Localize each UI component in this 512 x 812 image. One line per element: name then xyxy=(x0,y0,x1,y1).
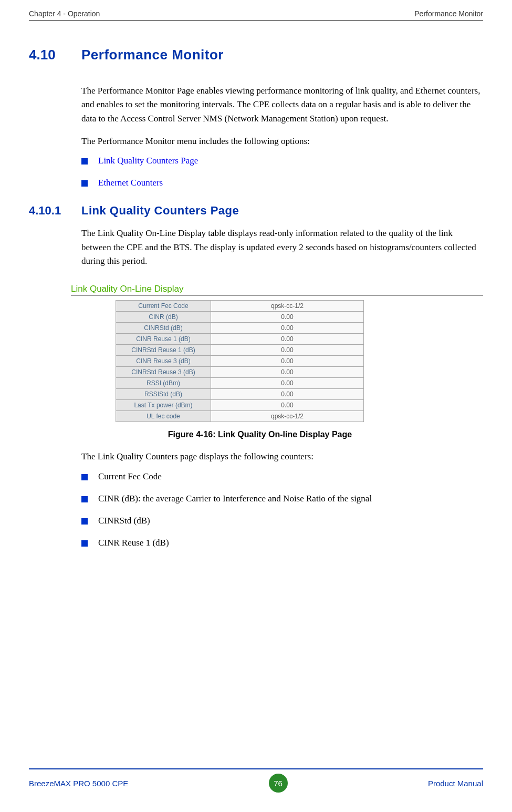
table-row: CINRStd Reuse 1 (dB)0.00 xyxy=(116,345,364,356)
row-label: Current Fec Code xyxy=(116,301,211,312)
link-quality-counters-link[interactable]: Link Quality Counters Page xyxy=(98,156,198,166)
table-row: CINR Reuse 3 (dB)0.00 xyxy=(116,356,364,367)
list-item: Link Quality Counters Page xyxy=(81,156,483,166)
row-label: CINRStd Reuse 3 (dB) xyxy=(116,367,211,378)
list-item: Ethernet Counters xyxy=(81,178,483,188)
counter-text: CINRStd (dB) xyxy=(98,516,150,526)
row-value: 0.00 xyxy=(211,400,364,411)
table-row: CINR Reuse 1 (dB)0.00 xyxy=(116,334,364,345)
list-item: CINRStd (dB) xyxy=(81,516,483,526)
counters-list: Current Fec Code CINR (dB): the average … xyxy=(81,471,483,548)
header-section: Performance Monitor xyxy=(414,9,483,18)
square-bullet-icon xyxy=(81,158,88,165)
row-value: 0.00 xyxy=(211,356,364,367)
row-label: RSSIStd (dB) xyxy=(116,389,211,400)
row-value: 0.00 xyxy=(211,334,364,345)
row-label: RSSI (dBm) xyxy=(116,378,211,389)
row-label: CINR Reuse 3 (dB) xyxy=(116,356,211,367)
row-label: CINRStd Reuse 1 (dB) xyxy=(116,345,211,356)
page-header: Chapter 4 - Operation Performance Monito… xyxy=(29,9,483,20)
figure-container: Link Quality On-Line Display Current Fec… xyxy=(71,284,483,439)
ethernet-counters-link[interactable]: Ethernet Counters xyxy=(98,178,163,188)
row-value: 0.00 xyxy=(211,345,364,356)
row-label: CINR Reuse 1 (dB) xyxy=(116,334,211,345)
row-value: qpsk-cc-1/2 xyxy=(211,411,364,422)
intro-paragraph-1: The Performance Monitor Page enables vie… xyxy=(81,84,483,126)
row-value: 0.00 xyxy=(211,323,364,334)
row-value: 0.00 xyxy=(211,367,364,378)
table-row: RSSI (dBm)0.00 xyxy=(116,378,364,389)
list-item: Current Fec Code xyxy=(81,471,483,482)
table-row: RSSIStd (dB)0.00 xyxy=(116,389,364,400)
menu-options-list: Link Quality Counters Page Ethernet Coun… xyxy=(81,156,483,188)
divider xyxy=(71,295,483,296)
square-bullet-icon xyxy=(81,518,88,525)
page-footer: BreezeMAX PRO 5000 CPE 76 Product Manual xyxy=(29,768,483,793)
row-label: UL fec code xyxy=(116,411,211,422)
page-number-badge: 76 xyxy=(269,774,288,793)
row-value: qpsk-cc-1/2 xyxy=(211,301,364,312)
row-label: Last Tx power (dBm) xyxy=(116,400,211,411)
section-number: 4.10 xyxy=(29,47,81,63)
row-value: 0.00 xyxy=(211,378,364,389)
table-row: CINRStd Reuse 3 (dB)0.00 xyxy=(116,367,364,378)
footer-product: BreezeMAX PRO 5000 CPE xyxy=(29,779,128,788)
list-item: CINR Reuse 1 (dB) xyxy=(81,538,483,548)
table-row: Last Tx power (dBm)0.00 xyxy=(116,400,364,411)
table-row: Current Fec Codeqpsk-cc-1/2 xyxy=(116,301,364,312)
footer-manual: Product Manual xyxy=(428,779,483,788)
counter-text: CINR Reuse 1 (dB) xyxy=(98,538,169,548)
subsection-title: Link Quality Counters Page xyxy=(81,204,239,218)
row-value: 0.00 xyxy=(211,389,364,400)
counters-intro: The Link Quality Counters page displays … xyxy=(81,450,483,464)
square-bullet-icon xyxy=(81,474,88,480)
table-row: CINRStd (dB)0.00 xyxy=(116,323,364,334)
square-bullet-icon xyxy=(81,180,88,187)
subsection-number: 4.10.1 xyxy=(29,204,81,218)
list-item: CINR (dB): the average Carrier to Interf… xyxy=(81,494,483,504)
row-label: CINR (dB) xyxy=(116,312,211,323)
subsection-paragraph: The Link Quality On-Line Display table d… xyxy=(81,227,483,268)
figure-caption: Figure 4-16: Link Quality On-line Displa… xyxy=(113,430,407,439)
table-row: CINR (dB)0.00 xyxy=(116,312,364,323)
square-bullet-icon xyxy=(81,540,88,547)
section-title: Performance Monitor xyxy=(81,47,224,63)
square-bullet-icon xyxy=(81,496,88,502)
link-quality-table: Current Fec Codeqpsk-cc-1/2 CINR (dB)0.0… xyxy=(116,300,364,422)
subsection-heading: 4.10.1 Link Quality Counters Page xyxy=(29,204,483,218)
counter-text: Current Fec Code xyxy=(98,471,162,482)
header-chapter: Chapter 4 - Operation xyxy=(29,9,100,18)
row-value: 0.00 xyxy=(211,312,364,323)
table-row: UL fec codeqpsk-cc-1/2 xyxy=(116,411,364,422)
row-label: CINRStd (dB) xyxy=(116,323,211,334)
counter-text: CINR (dB): the average Carrier to Interf… xyxy=(98,494,372,504)
figure-heading: Link Quality On-Line Display xyxy=(71,284,483,294)
intro-paragraph-2: The Performance Monitor menu includes th… xyxy=(81,135,483,148)
section-heading: 4.10 Performance Monitor xyxy=(29,47,483,63)
